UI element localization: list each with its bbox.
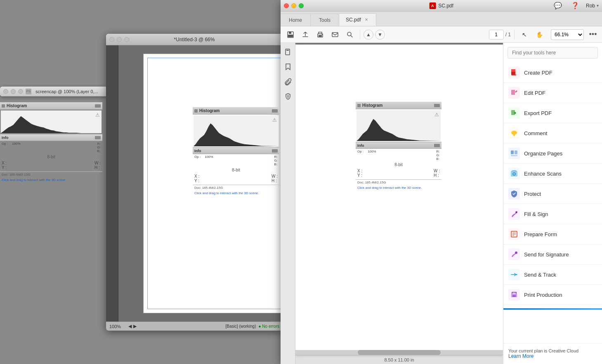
tool-comment[interactable]: Comment <box>503 123 602 143</box>
sidebar-attachments-btn[interactable] <box>282 76 294 87</box>
learn-more-button[interactable]: Learn More <box>508 353 597 359</box>
export-pdf-label: Export PDF <box>524 110 552 116</box>
send-signature-label: Send for Signature <box>524 251 569 258</box>
pdf-scrollbar-thumb[interactable] <box>358 350 441 355</box>
chat-button[interactable]: 💬 <box>551 0 564 12</box>
next-page-button[interactable]: ▼ <box>375 30 385 40</box>
tool-protect[interactable]: Protect <box>503 184 602 204</box>
hist1-titlebar: Histogram <box>0 102 102 110</box>
histogram-panel-1: Histogram ⚠ Info Op :100% R:G:B: 8-bit X… <box>0 102 102 183</box>
hist1-info-bar: Info <box>0 134 102 141</box>
protect-label: Protect <box>524 191 541 197</box>
print-button[interactable] <box>314 28 327 41</box>
screencap-window: PS screencap @ 100% (Layer 0,... <box>0 87 107 96</box>
prev-page-button[interactable]: ▲ <box>364 30 373 40</box>
tools-blue-separator <box>503 308 602 310</box>
tool-fill-sign[interactable]: Fill & Sign <box>503 204 602 224</box>
hist3-info-section: Info Op :100% R:G:B: 8-bit X :Y : W :H : <box>356 142 441 179</box>
ps-max-btn[interactable] <box>124 37 129 42</box>
pages-icon <box>284 48 292 56</box>
tool-create-pdf[interactable]: PDF Create PDF <box>503 63 602 83</box>
tool-organize-pages[interactable]: Organize Pages <box>503 143 602 164</box>
tool-print-production[interactable]: Print Production <box>503 285 602 305</box>
doc-tab-close[interactable]: ✕ <box>364 17 369 23</box>
upload-button[interactable] <box>299 28 312 41</box>
sidebar-pages-btn[interactable] <box>282 46 294 58</box>
hist1-chart: ⚠ <box>1 110 102 133</box>
security-icon <box>284 93 292 100</box>
user-menu-button[interactable]: Rob ▾ <box>586 3 599 9</box>
search-icon <box>346 31 354 38</box>
tool-prepare-form[interactable]: Prepare Form <box>503 224 602 244</box>
tool-send-signature[interactable]: Send for Signature <box>503 244 602 265</box>
bookmark-icon <box>284 63 292 70</box>
acrobat-max-btn[interactable] <box>299 3 304 8</box>
hist1-expand[interactable] <box>95 104 101 108</box>
sidebar-bookmark-btn[interactable] <box>282 61 294 73</box>
help-button[interactable]: ❓ <box>569 0 582 12</box>
hist2-close[interactable] <box>194 109 198 113</box>
ps-traffic-lights[interactable] <box>109 37 129 42</box>
acrobat-title-right: 💬 ❓ Rob ▾ <box>551 0 599 12</box>
svg-line-8 <box>351 35 352 37</box>
ps-canvas-area: Histogram ⚠ Info Op :10 <box>118 45 283 331</box>
hist3-close[interactable] <box>357 104 361 107</box>
hand-tool-button[interactable]: ✋ <box>533 28 546 41</box>
zoom-select[interactable]: 66.1% <box>551 29 584 40</box>
ps-min-btn[interactable] <box>117 37 122 42</box>
screencap-traffic-lights[interactable] <box>3 89 23 94</box>
svg-rect-19 <box>511 150 514 154</box>
pdf-scrollbar[interactable] <box>295 350 503 355</box>
sidebar-security-btn[interactable] <box>282 91 294 102</box>
tool-send-track[interactable]: Send & Track <box>503 265 602 285</box>
acrobat-tab-bar: Home Tools SC.pdf ✕ <box>281 12 602 26</box>
acrobat-min-btn[interactable] <box>291 3 296 8</box>
organize-pages-label: Organize Pages <box>524 150 562 157</box>
prepare-form-icon <box>508 228 520 240</box>
screencap-close-btn[interactable] <box>3 89 8 94</box>
hist3-info-bar: Info <box>356 142 441 149</box>
print-production-icon <box>508 289 520 301</box>
print-production-label: Print Production <box>524 292 562 298</box>
acrobat-traffic-lights[interactable] <box>284 3 304 8</box>
hist2-click-text: Click and drag to interact with the 3D s… <box>193 190 279 196</box>
page-number-input[interactable] <box>489 30 504 40</box>
acrobat-titlebar: A SC.pdf 💬 ❓ Rob ▾ <box>281 0 602 12</box>
hist2-doc-info: Doc: 185.4M/2.15G <box>193 185 279 190</box>
cursor-tool-button[interactable]: ↖ <box>518 28 531 41</box>
email-button[interactable] <box>328 28 342 41</box>
svg-rect-31 <box>512 295 516 297</box>
more-options-button[interactable]: ••• <box>587 29 599 40</box>
search-button[interactable] <box>343 28 356 41</box>
tool-edit-pdf[interactable]: Edit PDF <box>503 83 602 103</box>
acrobat-close-btn[interactable] <box>284 3 289 8</box>
svg-rect-6 <box>332 33 338 37</box>
pdf-bottom-bar: 8.50 x 11.00 in <box>295 355 503 364</box>
tool-enhance-scans[interactable]: Enhance Scans <box>503 164 602 184</box>
acrobat-left-sidebar <box>281 43 295 364</box>
tab-tools[interactable]: Tools <box>311 14 339 26</box>
svg-point-29 <box>516 274 517 275</box>
screencap-min-btn[interactable] <box>11 89 16 94</box>
svg-rect-16 <box>511 90 515 95</box>
tab-home[interactable]: Home <box>281 14 311 26</box>
hist2-expand[interactable] <box>272 109 278 113</box>
hist3-chart: ⚠ <box>356 110 441 141</box>
tab-doc[interactable]: SC.pdf ✕ <box>339 13 376 26</box>
screencap-max-btn[interactable] <box>18 89 23 94</box>
create-pdf-label: Create PDF <box>524 70 552 76</box>
tools-search-input[interactable] <box>508 47 598 59</box>
print-icon <box>316 31 324 38</box>
enhance-scans-label: Enhance Scans <box>524 171 562 177</box>
save-icon <box>287 31 294 38</box>
hist3-titlebar: Histogram <box>356 102 441 109</box>
acrobat-tools-panel: PDF Create PDF Edit PDF <box>503 43 602 364</box>
ps-close-btn[interactable] <box>109 37 114 42</box>
save-button[interactable] <box>284 28 297 41</box>
svg-rect-4 <box>319 35 322 37</box>
hist3-expand[interactable] <box>434 104 440 107</box>
hist1-close[interactable] <box>2 104 5 108</box>
tool-export-pdf[interactable]: Export PDF <box>503 103 602 123</box>
toolbar-sep-2 <box>514 30 515 40</box>
hist3-warning: ⚠ <box>434 112 439 117</box>
